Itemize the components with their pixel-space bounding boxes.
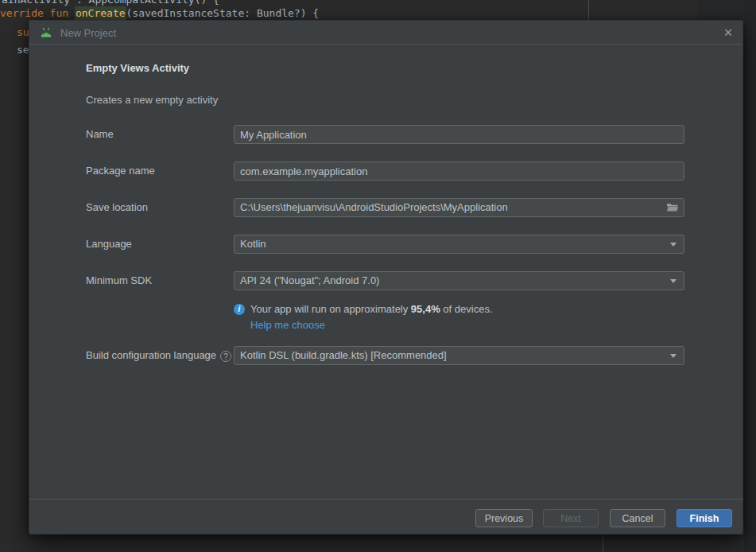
name-input[interactable] xyxy=(234,125,684,144)
previous-button[interactable]: Previous xyxy=(475,509,533,527)
sdk-info-note: i Your app will run on approximately 95,… xyxy=(234,303,493,331)
editor-guide-line-top xyxy=(588,0,589,20)
minimum-sdk-value: API 24 ("Nougat"; Android 7.0) xyxy=(240,274,379,286)
code-line-1: ainActivity : AppCompatActivity() { xyxy=(2,0,219,6)
editor-guide-line-bottom xyxy=(603,535,603,552)
close-icon[interactable]: × xyxy=(719,23,738,42)
build-config-label-text: Build configuration language xyxy=(86,349,216,361)
android-icon xyxy=(40,27,52,38)
panel-edge-right xyxy=(744,0,756,552)
package-name-label: Package name xyxy=(86,161,155,181)
new-project-dialog: New Project × Empty Views Activity Creat… xyxy=(29,20,743,535)
code-rest: (savedInstanceState: Bundle?) { xyxy=(126,7,320,19)
chevron-down-icon xyxy=(670,354,677,358)
minimum-sdk-label: Minimum SDK xyxy=(86,271,152,290)
build-config-label: Build configuration language? xyxy=(86,346,231,365)
name-label: Name xyxy=(86,125,114,144)
code-keyword: verride fun xyxy=(0,7,75,19)
dialog-titlebar: New Project × xyxy=(29,21,742,45)
build-config-select[interactable]: Kotlin DSL (build.gradle.kts) [Recommend… xyxy=(234,346,684,365)
cancel-button[interactable]: Cancel xyxy=(610,509,665,527)
code-line-4: se xyxy=(17,44,29,56)
sdk-info-text-before: Your app will run on approximately xyxy=(250,303,411,315)
chevron-down-icon xyxy=(670,279,677,283)
dialog-title: New Project xyxy=(60,27,116,39)
folder-browse-icon[interactable] xyxy=(666,202,679,213)
sdk-info-text-after: of devices. xyxy=(440,303,493,315)
language-value: Kotlin xyxy=(240,238,266,250)
next-button: Next xyxy=(543,509,599,527)
sdk-info-text: Your app will run on approximately 95,4%… xyxy=(250,303,493,315)
code-line-3: su xyxy=(17,26,29,39)
device-percentage: 95,4% xyxy=(411,303,440,315)
build-config-value: Kotlin DSL (build.gradle.kts) [Recommend… xyxy=(240,349,447,361)
save-location-input[interactable]: C:\Users\thejuanvisu\AndroidStudioProjec… xyxy=(234,198,684,217)
minimum-sdk-select[interactable]: API 24 ("Nougat"; Android 7.0) xyxy=(234,271,684,290)
language-label: Language xyxy=(86,235,132,254)
language-select[interactable]: Kotlin xyxy=(234,235,684,254)
package-name-input[interactable] xyxy=(234,161,684,181)
finish-button[interactable]: Finish xyxy=(677,509,732,527)
save-location-label: Save location xyxy=(86,198,148,217)
footer-divider xyxy=(29,499,742,500)
template-heading: Empty Views Activity xyxy=(86,62,189,74)
template-description: Creates a new empty activity xyxy=(86,94,218,106)
help-icon[interactable]: ? xyxy=(220,351,231,362)
save-location-value: C:\Users\thejuanvisu\AndroidStudioProjec… xyxy=(240,201,508,213)
code-function-name: onCreate xyxy=(75,6,126,20)
screen: ainActivity : AppCompatActivity() { verr… xyxy=(0,0,756,552)
info-icon: i xyxy=(234,304,245,315)
help-me-choose-link[interactable]: Help me choose xyxy=(250,319,325,331)
chevron-down-icon xyxy=(670,243,677,247)
code-line-2: verride fun onCreate(savedInstanceState:… xyxy=(0,7,319,20)
